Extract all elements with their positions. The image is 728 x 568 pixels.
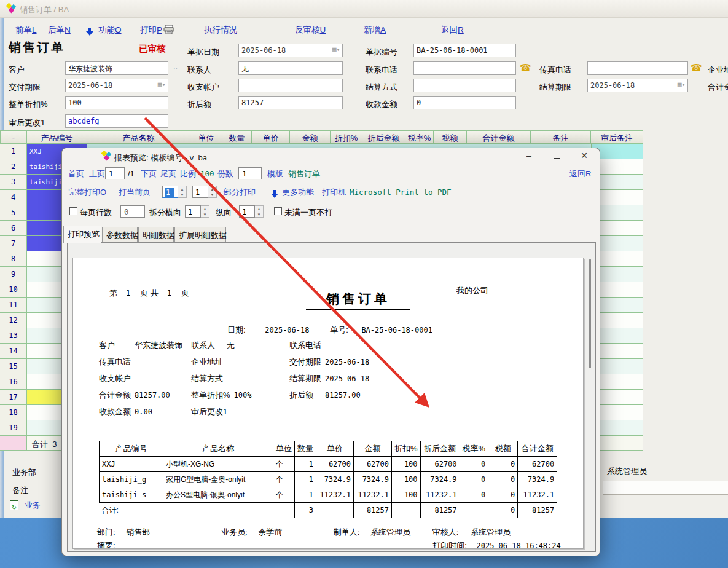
received-field[interactable]: 0	[413, 96, 516, 109]
prev-doc-button[interactable]: 前单L	[15, 25, 37, 36]
grid-header-price[interactable]: 单价	[252, 130, 290, 144]
print-button[interactable]: 打印P	[140, 25, 162, 36]
back-button[interactable]: 返回R	[441, 25, 464, 36]
scale-button[interactable]: 比例	[180, 168, 196, 179]
discount-field[interactable]: 100	[65, 96, 168, 109]
tab-extended-details[interactable]: 扩展明细数据	[174, 227, 226, 242]
grid-header-qty[interactable]: 数量	[222, 130, 252, 144]
skip-partial-checkbox[interactable]	[274, 207, 282, 215]
next-doc-button[interactable]: 后单N	[48, 25, 71, 36]
account-field[interactable]	[238, 79, 343, 92]
from-page-value: 1	[165, 188, 174, 197]
copies-input[interactable]: 1	[238, 167, 262, 179]
grid-header-total[interactable]: 合计金额	[467, 130, 531, 144]
partial-print-button[interactable]: 部分打印	[224, 187, 256, 198]
calendar-icon[interactable]: ▦▾	[678, 81, 686, 89]
customer-field[interactable]: 华东捷波装饰	[65, 61, 168, 75]
prev-doc-label: 前单	[15, 25, 32, 34]
grid-header-taxrate[interactable]: 税率%	[405, 130, 434, 144]
grid-header-name[interactable]: 产品名称	[87, 130, 190, 144]
exec-status-button[interactable]: 执行情况	[204, 25, 237, 36]
preview-footer-row2: 摘要: 打印时间: 2025-06-18 16:48:24	[97, 540, 561, 549]
contact-field[interactable]: 无	[238, 61, 343, 75]
doc-date-field[interactable]: 2025-06-18▦▾	[238, 44, 343, 57]
unapprove-button[interactable]: 反审核U	[295, 25, 326, 36]
status-input[interactable]	[603, 481, 728, 495]
phone-icon[interactable]: ☎	[520, 62, 531, 73]
close-icon[interactable]: ✕	[575, 151, 593, 163]
window-title: 销售订单 / BA	[20, 4, 69, 15]
more-functions-button[interactable]: 更多功能	[282, 187, 314, 198]
post-edit-label: 审后更改1	[9, 117, 45, 128]
printer-select-button[interactable]: 打印机	[322, 187, 346, 198]
preview-field: 折后额81257.00	[289, 390, 474, 406]
from-page-stepper[interactable]: 1▲▼	[162, 186, 187, 198]
term-field[interactable]: 2025-06-18▦▾	[587, 79, 688, 92]
row-number: 13	[0, 328, 27, 343]
prev-page-button[interactable]: 上页	[89, 168, 105, 179]
page-number-input[interactable]: 1	[105, 167, 125, 179]
biz-link[interactable]: 业务	[25, 500, 41, 511]
fax-phone-icon[interactable]: ☎	[691, 62, 702, 73]
doc-date-value: 2025-06-18	[241, 46, 286, 55]
grid-header-tax[interactable]: 税额	[434, 130, 467, 144]
tab-details[interactable]: 明细数据	[138, 227, 174, 242]
copies-button[interactable]: 份数	[217, 168, 233, 179]
post-edit-field[interactable]: abcdefg	[65, 114, 168, 128]
to-page-stepper[interactable]: 1▲▼	[192, 186, 217, 198]
status-badge: 已审核	[139, 43, 166, 55]
preview-date-label: 日期:	[227, 325, 246, 334]
grid-header-amount[interactable]: 金额	[290, 130, 331, 144]
calendar-icon[interactable]: ▦▾	[158, 81, 166, 89]
doc-no-field[interactable]: BA-25-06-18-0001	[413, 44, 516, 57]
rows-per-page-checkbox[interactable]	[69, 207, 77, 215]
tab-print-preview[interactable]: 打印预览	[63, 226, 101, 243]
template-button[interactable]: 模版	[267, 168, 283, 179]
biz-refresh-icon[interactable]: ↻	[10, 499, 18, 510]
grid-total-marker	[0, 436, 27, 450]
preview-scrollbar[interactable]	[589, 259, 591, 368]
grid-header-discount[interactable]: 折扣%	[331, 130, 362, 144]
customer-label: 客户	[9, 65, 25, 76]
add-new-label: 新增	[364, 25, 380, 34]
grid-header-audit-note[interactable]: 审后备注	[591, 130, 643, 144]
deliver-field[interactable]: 2025-06-18▦▾	[65, 79, 168, 92]
grid-header-after-discount[interactable]: 折后金额	[362, 130, 405, 144]
fax-field[interactable]	[587, 61, 688, 75]
printer-icon[interactable]	[163, 25, 174, 37]
maximize-icon[interactable]	[547, 151, 566, 163]
add-new-button[interactable]: 新增A	[364, 25, 386, 36]
tab-parameters[interactable]: 参数数据	[102, 227, 138, 242]
preview-table-header-row: 产品编号产品名称单位数量单价金额折扣%折后金额税率%税额合计金额	[100, 441, 557, 457]
split-v-stepper[interactable]: 1▲▼	[239, 205, 264, 218]
preview-field: 整单折扣%100%	[191, 390, 289, 406]
split-h-stepper[interactable]: 1▲▼	[185, 205, 209, 218]
preview-table-row: XXJ小型机-XG-NG个16270062700100627000062700	[100, 457, 557, 472]
first-page-button[interactable]: 首页	[68, 168, 84, 179]
settle-field[interactable]	[413, 79, 516, 92]
page-counter: 第1页 共1页	[109, 288, 198, 299]
dialog-back-label: 返回	[569, 169, 585, 178]
grid-header-note[interactable]: 备注	[531, 130, 591, 144]
full-print-button[interactable]: 完整打印O	[68, 187, 106, 198]
row-number: 14	[0, 344, 27, 358]
minimize-icon[interactable]: –	[520, 151, 538, 163]
after-discount-label: 折后额	[187, 99, 211, 110]
calendar-icon[interactable]: ▦▾	[332, 45, 340, 53]
customer-browse-button[interactable]: ..	[173, 62, 178, 71]
dialog-back-hotkey: R	[585, 169, 591, 178]
rows-per-page-input[interactable]: 0	[120, 205, 145, 218]
grid-header-unit[interactable]: 单位	[190, 130, 222, 144]
grid-header-code[interactable]: 产品编号	[27, 130, 87, 144]
print-current-button[interactable]: 打当前页	[119, 187, 151, 198]
grid-header-minus[interactable]: -	[0, 130, 27, 144]
row-number: 12	[0, 313, 27, 328]
functions-button[interactable]: 功能O	[98, 25, 122, 36]
row-number: 1	[0, 144, 27, 159]
dialog-back-button[interactable]: 返回R	[569, 168, 591, 179]
next-page-button[interactable]: 下页	[141, 168, 157, 179]
phone-field[interactable]	[413, 61, 516, 75]
preview-field: 收支帐户	[99, 373, 191, 390]
last-page-button[interactable]: 尾页	[160, 168, 176, 179]
after-discount-field[interactable]: 81257	[238, 96, 343, 109]
